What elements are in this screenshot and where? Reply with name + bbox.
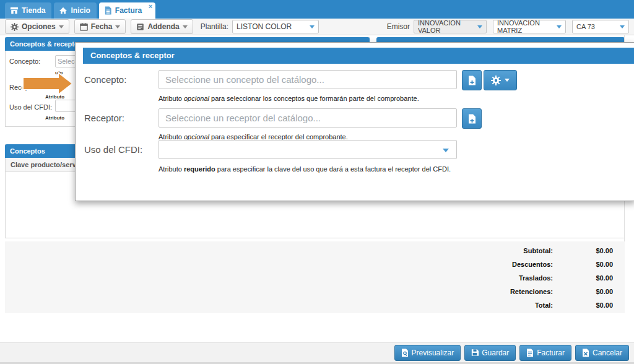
tab-inicio[interactable]: Inicio xyxy=(54,2,96,19)
total-row-total: Total: $0.00 xyxy=(5,298,625,312)
popup-receptor-label: Receptor: xyxy=(84,113,124,123)
help-text: para especificar la clave del uso que da… xyxy=(215,165,451,173)
chevron-down-icon xyxy=(115,25,120,28)
popup-concepto-help: Atributo opcional para seleccionar los c… xyxy=(158,95,419,102)
help-keyword: requerido xyxy=(184,165,215,173)
plantilla-label: Plantilla: xyxy=(201,22,228,31)
home-icon xyxy=(59,6,67,15)
total-label: Total: xyxy=(535,301,553,309)
total-row-descuentos: Descuentos: $0.00 xyxy=(5,258,625,271)
help-text: Atributo xyxy=(158,165,184,173)
total-row-traslados: Traslados: $0.00 xyxy=(5,271,625,285)
action-footer: Previsualizar Guardar Facturar Cancelar xyxy=(0,342,634,362)
traslados-value: $0.00 xyxy=(553,274,613,282)
tab-inicio-label: Inicio xyxy=(71,6,90,15)
main-toolbar: Opciones Fecha Addenda Plantilla: LISTON… xyxy=(0,19,634,35)
chevron-down-icon xyxy=(183,25,188,28)
guardar-label: Guardar xyxy=(482,349,509,357)
retenciones-label: Retenciones: xyxy=(510,288,553,295)
addenda-label: Addenda xyxy=(147,22,179,31)
emisor-serie-select[interactable]: CA 73 xyxy=(572,20,629,33)
chevron-down-icon xyxy=(59,25,64,28)
popup-concepto-input[interactable] xyxy=(158,70,457,89)
popup-uso-cfdi-help: Atributo requerido para especificar la c… xyxy=(158,165,451,173)
save-floppy-icon xyxy=(471,349,479,357)
subtotal-label: Subtotal: xyxy=(523,247,553,254)
popup-receptor-input[interactable] xyxy=(158,108,457,128)
descuentos-label: Descuentos: xyxy=(512,261,553,268)
opciones-label: Opciones xyxy=(22,22,56,31)
orange-arrow-annotation xyxy=(22,72,73,95)
chevron-down-icon xyxy=(620,25,625,28)
total-row-subtotal: Subtotal: $0.00 xyxy=(5,244,625,258)
tab-tienda-label: Tienda xyxy=(22,6,45,15)
emisor-serie-value: CA 73 xyxy=(576,23,595,30)
tab-factura[interactable]: Factura × xyxy=(99,2,155,19)
emisor-empresa-select[interactable]: INNOVACION VALOR xyxy=(414,20,487,33)
chevron-down-icon xyxy=(477,25,482,28)
facturar-button[interactable]: Facturar xyxy=(519,345,571,361)
fecha-label: Fecha xyxy=(91,22,113,31)
popup-uso-cfdi-select[interactable] xyxy=(158,140,457,159)
previsualizar-label: Previsualizar xyxy=(412,349,454,357)
help-text: para seleccionar los conceptos que forma… xyxy=(209,95,419,102)
close-tab-icon[interactable]: × xyxy=(149,3,152,10)
popup-title: Conceptos & receptor xyxy=(83,48,634,64)
addenda-icon xyxy=(136,23,144,31)
factura-app-window: Tienda Inicio Factura × Opciones xyxy=(0,0,634,364)
cancel-document-icon xyxy=(582,349,589,357)
facturar-label: Facturar xyxy=(537,349,565,357)
help-keyword: opcional xyxy=(184,95,209,102)
tab-bar: Tienda Inicio Factura × xyxy=(0,0,634,19)
addenda-button[interactable]: Addenda xyxy=(131,19,193,34)
help-text: Atributo xyxy=(158,95,184,102)
totals-summary: Subtotal: $0.00 Descuentos: $0.00 Trasla… xyxy=(5,241,625,313)
document-icon xyxy=(104,6,112,15)
retenciones-value: $0.00 xyxy=(553,288,613,295)
invoice-document-icon xyxy=(526,349,534,357)
total-value: $0.00 xyxy=(553,301,613,309)
chevron-down-icon xyxy=(443,149,449,152)
add-receptor-button[interactable] xyxy=(462,108,482,129)
emisor-sucursal-select[interactable]: INNOVACION MATRIZ xyxy=(493,20,566,33)
chevron-down-icon xyxy=(505,79,510,82)
cancelar-button[interactable]: Cancelar xyxy=(575,345,629,361)
popup-concepto-label: Concepto: xyxy=(84,74,126,85)
gear-icon xyxy=(491,76,501,85)
opciones-button[interactable]: Opciones xyxy=(5,19,69,34)
plantilla-select[interactable]: LISTON COLOR xyxy=(232,20,319,33)
fecha-button[interactable]: Fecha xyxy=(74,19,126,34)
guardar-button[interactable]: Guardar xyxy=(464,345,516,361)
document-plus-icon xyxy=(468,76,476,85)
concepto-options-button[interactable] xyxy=(484,70,517,90)
tab-tienda[interactable]: Tienda xyxy=(5,2,51,19)
subtotal-value: $0.00 xyxy=(553,247,613,254)
total-row-retenciones: Retenciones: $0.00 xyxy=(5,285,625,298)
conceptos-receptor-popup: Conceptos & receptor Concepto: Atributo … xyxy=(75,42,634,201)
document-plus-icon xyxy=(468,114,476,124)
emisor-label: Emisor xyxy=(387,22,410,31)
emisor-sucursal-value: INNOVACION MATRIZ xyxy=(497,19,557,34)
descuentos-value: $0.00 xyxy=(553,261,613,268)
preview-document-icon xyxy=(401,349,409,357)
tab-factura-label: Factura xyxy=(115,6,142,15)
previsualizar-button[interactable]: Previsualizar xyxy=(394,345,461,361)
chevron-down-icon xyxy=(310,25,315,28)
calendar-icon xyxy=(80,23,88,31)
help-fragment: Atributo xyxy=(45,115,64,121)
concepto-field-label: Concepto: xyxy=(9,58,40,65)
chevron-down-icon xyxy=(557,25,562,28)
emisor-empresa-value: INNOVACION VALOR xyxy=(418,19,477,34)
plantilla-value: LISTON COLOR xyxy=(237,22,292,31)
add-concepto-button[interactable] xyxy=(462,70,482,90)
store-icon xyxy=(10,6,19,15)
traslados-label: Traslados: xyxy=(519,274,553,282)
gear-icon xyxy=(11,23,19,31)
popup-uso-cfdi-label: Uso del CFDI: xyxy=(84,144,142,155)
cancelar-label: Cancelar xyxy=(593,349,622,357)
uso-cfdi-field-label: Uso del CFDI: xyxy=(9,103,52,111)
